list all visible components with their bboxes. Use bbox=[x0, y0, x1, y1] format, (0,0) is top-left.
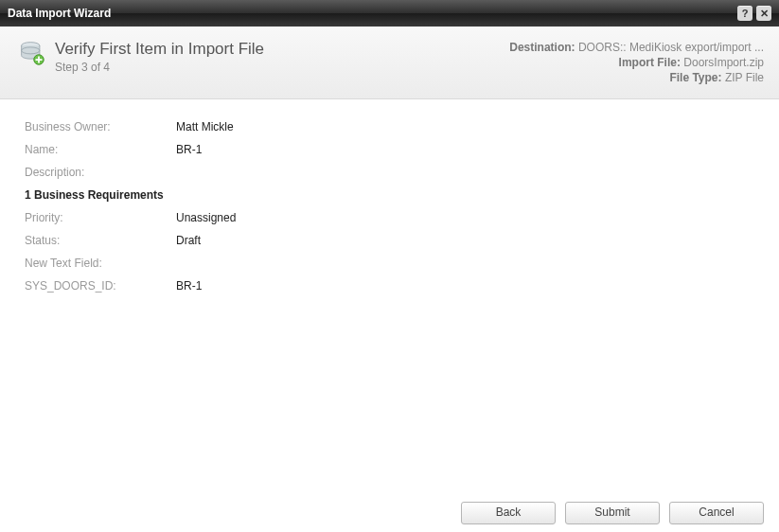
field-name: Name: BR-1 bbox=[25, 143, 754, 156]
header-left: Verify First Item in Import File Step 3 … bbox=[19, 40, 264, 74]
wizard-footer: Back Submit Cancel bbox=[0, 494, 779, 532]
meta-filetype-label: File Type: bbox=[669, 71, 721, 84]
field-status: Status: Draft bbox=[25, 234, 754, 247]
label-status: Status: bbox=[25, 234, 176, 247]
submit-button[interactable]: Submit bbox=[565, 502, 660, 524]
meta-destination-label: Destination: bbox=[509, 41, 575, 54]
value-business-owner: Matt Mickle bbox=[176, 120, 234, 133]
meta-filetype-value: ZIP File bbox=[725, 71, 764, 84]
field-description: Description: bbox=[25, 166, 754, 179]
meta-importfile-value: DoorsImport.zip bbox=[683, 56, 764, 69]
value-status: Draft bbox=[176, 234, 201, 247]
back-button[interactable]: Back bbox=[461, 502, 556, 524]
label-name: Name: bbox=[25, 143, 176, 156]
close-icon[interactable]: ✕ bbox=[756, 6, 771, 21]
value-priority: Unassigned bbox=[176, 211, 236, 224]
label-description: Description: bbox=[25, 166, 176, 179]
meta-destination: Destination: DOORS:: MediKiosk export/im… bbox=[509, 40, 764, 55]
label-business-owner: Business Owner: bbox=[25, 120, 176, 133]
help-icon[interactable]: ? bbox=[737, 6, 752, 21]
meta-importfile-label: Import File: bbox=[619, 56, 681, 69]
title-bar: Data Import Wizard ? ✕ bbox=[0, 0, 779, 27]
window-title: Data Import Wizard bbox=[8, 0, 111, 27]
wizard-body: Business Owner: Matt Mickle Name: BR-1 D… bbox=[0, 99, 779, 474]
cancel-button[interactable]: Cancel bbox=[669, 502, 764, 524]
meta-destination-value: DOORS:: MediKiosk export/import ... bbox=[578, 41, 764, 54]
dialog-window: Data Import Wizard ? ✕ Verify First Item… bbox=[0, 0, 779, 532]
step-indicator: Step 3 of 4 bbox=[55, 61, 264, 74]
label-sys-doors-id: SYS_DOORS_ID: bbox=[25, 279, 176, 293]
wizard-header: Verify First Item in Import File Step 3 … bbox=[0, 27, 779, 99]
field-sys-doors-id: SYS_DOORS_ID: BR-1 bbox=[25, 279, 754, 293]
titlebar-controls: ? ✕ bbox=[737, 6, 771, 21]
value-name: BR-1 bbox=[176, 143, 202, 156]
field-new-text: New Text Field: bbox=[25, 257, 754, 270]
label-new-text: New Text Field: bbox=[25, 257, 176, 270]
field-business-owner: Business Owner: Matt Mickle bbox=[25, 120, 754, 133]
label-priority: Priority: bbox=[25, 211, 176, 224]
value-sys-doors-id: BR-1 bbox=[176, 279, 202, 293]
meta-importfile: Import File: DoorsImport.zip bbox=[509, 55, 764, 70]
header-titles: Verify First Item in Import File Step 3 … bbox=[55, 40, 264, 74]
page-title: Verify First Item in Import File bbox=[55, 40, 264, 59]
database-add-icon bbox=[19, 40, 45, 66]
header-meta: Destination: DOORS:: MediKiosk export/im… bbox=[509, 40, 764, 85]
section-business-requirements: 1 Business Requirements bbox=[25, 188, 754, 202]
field-priority: Priority: Unassigned bbox=[25, 211, 754, 224]
meta-filetype: File Type: ZIP File bbox=[509, 70, 764, 85]
